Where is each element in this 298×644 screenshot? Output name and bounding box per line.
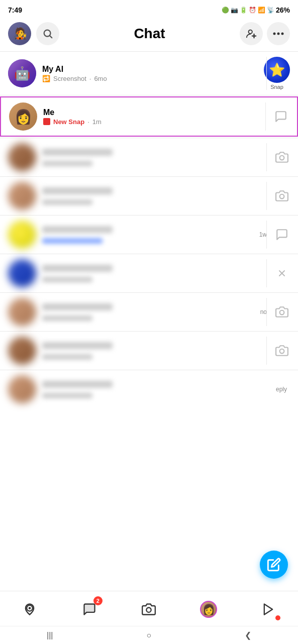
whatsapp-icon: 🟢	[222, 7, 229, 14]
header-left: 🧑‍🎤	[8, 22, 59, 45]
me-name: Me	[43, 108, 269, 117]
nav-profile[interactable]: 👩	[193, 597, 224, 621]
nav-map[interactable]	[15, 597, 45, 621]
contact4-sub	[42, 275, 270, 282]
snap-button[interactable]: ⭐ Snap	[264, 57, 290, 90]
add-friend-button[interactable]	[240, 22, 263, 45]
chat-bubble-icon-3	[274, 227, 290, 243]
chat-item-contact2[interactable]	[0, 177, 298, 215]
cam-svg-2	[275, 189, 288, 202]
camera-icon-1	[274, 149, 290, 165]
status-bar: 7:49 🟢 📷 🔋 ⏰ 📶 📡 26%	[0, 0, 298, 18]
svg-marker-17	[264, 604, 272, 614]
blurred-sub-4	[42, 277, 92, 282]
contact3-time: 1w	[259, 231, 267, 238]
home-button[interactable]: ○	[146, 631, 151, 640]
my-ai-subtext: Screenshot	[53, 75, 86, 82]
contact2-info	[42, 187, 270, 205]
svg-point-16	[147, 607, 151, 612]
me-chat-action[interactable]	[273, 109, 289, 125]
bottom-nav: 2 👩	[0, 591, 298, 626]
my-ai-info: My AI 🔁 Screenshot · 6mo	[42, 65, 260, 82]
close-icon[interactable]	[274, 265, 290, 281]
snap-label: Snap	[270, 84, 283, 90]
contact6-avatar	[8, 337, 36, 365]
contact7-avatar	[8, 375, 36, 403]
screenshot-icon: 🔁	[42, 75, 50, 82]
camera-nav-icon	[142, 602, 156, 616]
svg-point-6	[277, 33, 280, 35]
contact2-avatar	[8, 182, 36, 210]
blurred-name-2	[42, 187, 113, 194]
me-avatar: 👩	[9, 102, 37, 131]
nav-stories[interactable]	[253, 597, 283, 621]
contact1-sub	[42, 159, 270, 166]
contact3-info	[42, 226, 259, 244]
camera-icon-6	[274, 343, 290, 359]
map-icon	[23, 602, 37, 616]
x-svg	[277, 268, 287, 278]
chat-item-contact3[interactable]: 1w	[0, 216, 298, 254]
contact4-close-action[interactable]	[274, 265, 290, 281]
nav-chat[interactable]: 2	[74, 597, 105, 621]
new-snap-text: New Snap	[53, 118, 84, 126]
status-icons: 🟢 📷 🔋 ⏰ 📶 📡 26%	[222, 6, 290, 14]
contact5-sub	[42, 313, 260, 321]
me-info: Me New Snap · 1m	[43, 108, 269, 126]
my-ai-dot: ·	[89, 75, 91, 82]
my-ai-avatar: 🤖	[8, 59, 36, 87]
chat-item-contact5[interactable]: no	[0, 293, 298, 331]
search-icon	[42, 28, 53, 39]
chat-item-contact7[interactable]: eply	[0, 370, 298, 408]
contact3-chat-action[interactable]	[274, 227, 290, 243]
contact7-info	[42, 381, 276, 398]
divider-line-c4	[266, 259, 267, 287]
status-time: 7:49	[8, 6, 22, 14]
chat-item-my-ai[interactable]: 🤖 My AI 🔁 Screenshot · 6mo ⭐ Snap	[0, 52, 298, 95]
contact4-info	[42, 265, 270, 282]
chat-badge: 2	[93, 596, 103, 605]
contact1-cam-action[interactable]	[274, 149, 290, 165]
chat-icon-3	[275, 228, 288, 241]
contact4-name	[42, 265, 270, 274]
contact5-name	[42, 303, 260, 312]
blurred-sub-1	[42, 161, 92, 166]
me-dot: ·	[87, 118, 89, 126]
svg-point-9	[280, 194, 284, 199]
search-button[interactable]	[36, 22, 59, 45]
battery-icon: 🔋	[240, 7, 247, 14]
contact5-avatar	[8, 298, 36, 326]
svg-point-12	[280, 310, 284, 315]
chat-item-me[interactable]: 👩 Me New Snap · 1m	[0, 96, 298, 137]
contact2-name	[42, 187, 270, 196]
contact6-cam-action[interactable]	[274, 343, 290, 359]
my-ai-snap-action[interactable]: ⭐ Snap	[264, 57, 290, 90]
user-avatar[interactable]: 🧑‍🎤	[8, 22, 31, 45]
contact5-cam-action[interactable]	[274, 304, 290, 320]
recent-apps-button[interactable]: |||	[47, 631, 53, 640]
divider-line-c2	[266, 182, 267, 210]
more-icon	[273, 32, 284, 35]
contact7-sub	[42, 391, 276, 398]
chat-item-contact1[interactable]	[0, 138, 298, 176]
divider-line-c1	[266, 143, 267, 171]
chat-item-contact6[interactable]	[0, 332, 298, 370]
contact6-sub	[42, 352, 270, 360]
contact2-cam-action[interactable]	[274, 188, 290, 204]
me-sub: New Snap · 1m	[43, 118, 269, 126]
blurred-sub-6	[42, 354, 92, 360]
blurred-name-6	[42, 342, 113, 349]
alarm-icon: ⏰	[249, 7, 256, 14]
contact5-time: no	[260, 308, 267, 315]
nav-camera[interactable]	[134, 597, 164, 621]
chat-item-contact4[interactable]	[0, 254, 298, 292]
divider-line-c3	[266, 221, 267, 249]
instagram-icon: 📷	[231, 7, 238, 14]
camera-icon-2	[274, 188, 290, 204]
page-title: Chat	[59, 26, 240, 42]
back-button[interactable]: ❮	[245, 630, 251, 640]
compose-fab[interactable]	[260, 551, 288, 579]
more-options-button[interactable]	[267, 22, 290, 45]
user-bitmoji: 🧑‍🎤	[13, 27, 27, 40]
camera-icon-5	[274, 304, 290, 320]
